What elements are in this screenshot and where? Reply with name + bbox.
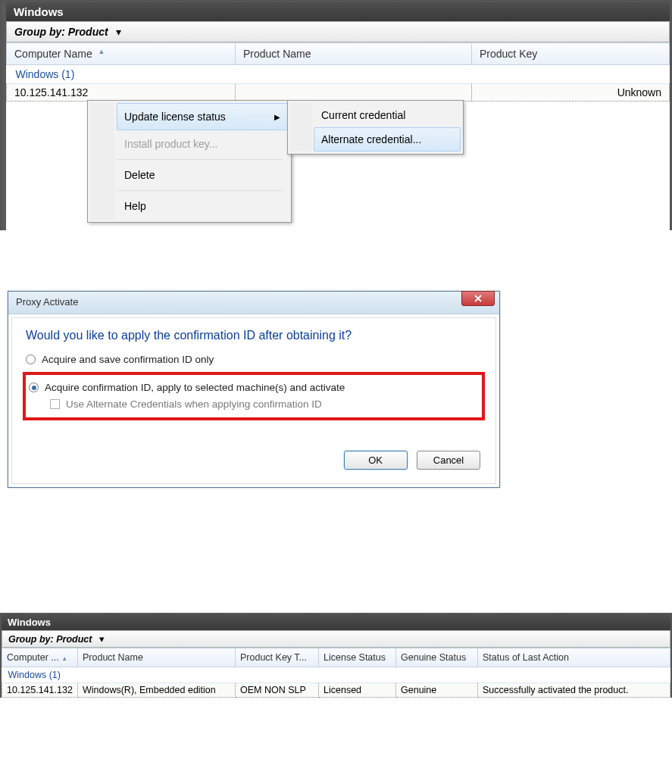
column-product-name[interactable]: Product Name: [236, 43, 472, 65]
radio-acquire-only[interactable]: Acquire and save confirmation ID only: [26, 351, 482, 367]
selected-row[interactable]: 10.125.141.132 Unknown: [7, 84, 670, 102]
radio-label: Acquire confirmation ID, apply to select…: [45, 382, 345, 393]
group-by-bar[interactable]: Group by: Product ▾: [2, 630, 670, 648]
column-label: Computer ...: [7, 652, 59, 663]
group-row-label: Windows (1): [7, 65, 670, 84]
menu-icon-strip: [290, 103, 311, 151]
close-button[interactable]: [461, 291, 495, 306]
group-row-label: Windows (1): [2, 667, 670, 683]
cell-product: Windows(R), Embedded edition: [78, 683, 236, 698]
column-license-status[interactable]: License Status: [319, 648, 396, 667]
cell-keytype: OEM NON SLP: [236, 683, 319, 698]
dialog-titlebar[interactable]: Proxy Activate: [8, 292, 499, 314]
menu-update-license[interactable]: Update license status ▶: [117, 103, 289, 130]
cell-license: Licensed: [319, 683, 396, 698]
group-by-label: Group by: Product: [8, 634, 92, 645]
column-computer[interactable]: Computer ... ▲: [2, 648, 78, 667]
sort-asc-icon: ▲: [98, 48, 105, 55]
menu-help[interactable]: Help: [117, 192, 289, 220]
menu-separator: [117, 159, 283, 160]
cell-computer: 10.125.141.132: [7, 84, 236, 102]
column-status-last-action[interactable]: Status of Last Action: [478, 648, 670, 667]
menu-item-label: Update license status: [124, 111, 226, 123]
cell-genuine: Genuine: [396, 683, 478, 698]
cell-computer: 10.125.141.132: [2, 683, 78, 698]
highlight-box: Acquire confirmation ID, apply to select…: [23, 372, 485, 420]
checkbox-icon: [50, 399, 60, 409]
column-computer-name[interactable]: Computer Name ▲: [7, 43, 236, 65]
checkbox-label: Use Alternate Credentials when applying …: [66, 398, 322, 410]
submenu-current-credential[interactable]: Current credential: [314, 103, 461, 127]
dialog-heading: Would you like to apply the confirmation…: [26, 329, 482, 342]
radio-acquire-apply[interactable]: Acquire confirmation ID, apply to select…: [29, 380, 479, 395]
submenu: Current credential Alternate credential.…: [287, 100, 464, 155]
submenu-arrow-icon: ▶: [274, 113, 280, 121]
column-product-key[interactable]: Product Key: [472, 43, 670, 65]
cancel-button[interactable]: Cancel: [417, 451, 480, 470]
radio-label: Acquire and save confirmation ID only: [42, 354, 214, 365]
group-by-bar[interactable]: Group by: Product ▾: [6, 21, 670, 42]
sort-asc-icon: ▲: [61, 655, 67, 662]
panel-title: Windows: [6, 2, 670, 21]
context-menu: Update license status ▶ Install product …: [87, 100, 292, 223]
ok-button[interactable]: OK: [344, 451, 408, 470]
submenu-alternate-credential[interactable]: Alternate credential...: [314, 127, 461, 151]
close-icon: [474, 295, 483, 302]
group-by-label: Group by: Product: [14, 26, 108, 38]
proxy-activate-dialog: Proxy Activate Would you like to apply t…: [8, 291, 500, 488]
cell-key: Unknown: [472, 84, 670, 102]
data-row[interactable]: 10.125.141.132 Windows(R), Embedded edit…: [2, 683, 670, 698]
group-row[interactable]: Windows (1): [7, 65, 670, 84]
column-genuine-status[interactable]: Genuine Status: [396, 648, 478, 667]
checkbox-alternate-creds[interactable]: Use Alternate Credentials when applying …: [29, 395, 479, 411]
dialog-title: Proxy Activate: [16, 296, 78, 308]
cell-status: Successfully activated the product.: [478, 683, 670, 698]
menu-icon-strip: [90, 103, 114, 220]
column-key-type[interactable]: Product Key T...: [236, 648, 319, 667]
computer-grid: Computer ... ▲ Product Name Product Key …: [2, 648, 670, 698]
dropdown-arrow-icon: ▾: [116, 26, 121, 38]
panel-title: Windows: [2, 614, 670, 630]
menu-install-key: Install product key...: [117, 130, 289, 158]
radio-icon: [29, 383, 39, 392]
bottom-panel: Windows Group by: Product ▾ Computer ...…: [0, 613, 672, 698]
column-product-name[interactable]: Product Name: [78, 648, 236, 667]
radio-icon: [26, 355, 36, 364]
menu-delete[interactable]: Delete: [117, 161, 289, 189]
menu-separator: [117, 190, 283, 191]
computer-grid: Computer Name ▲ Product Name Product Key…: [6, 42, 670, 230]
cell-product: [236, 84, 472, 102]
top-panel: Windows Group by: Product ▾ Computer Nam…: [0, 0, 672, 230]
column-label: Computer Name: [14, 48, 92, 60]
group-row[interactable]: Windows (1): [2, 667, 670, 683]
dropdown-arrow-icon: ▾: [99, 634, 105, 645]
